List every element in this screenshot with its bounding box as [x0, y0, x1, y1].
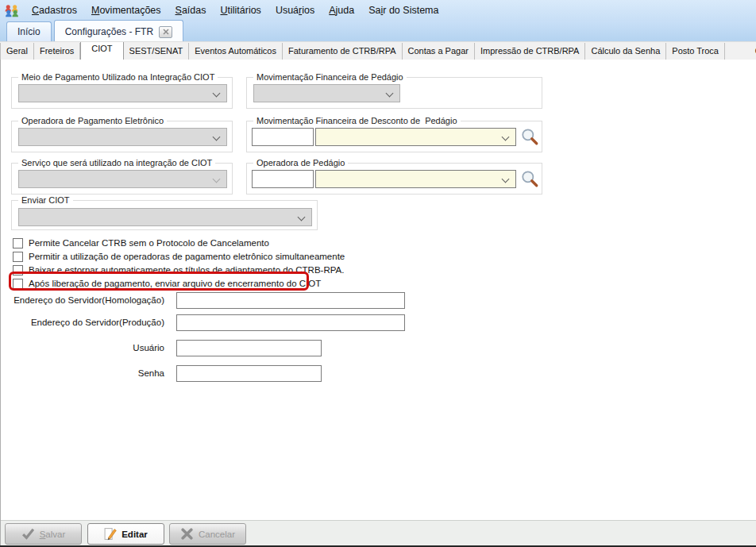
tab-label: Configurações - FTR	[65, 26, 153, 37]
users-group-icon	[4, 4, 20, 17]
groupbox-label: Operadora de Pedágio	[253, 157, 348, 168]
groupbox-movimentacao-financeira-pedagio: Movimentação Financeira de Pedágio	[246, 77, 542, 109]
tab-eventos-automaticos[interactable]: Eventos Automáticos	[189, 43, 283, 60]
endereco-do-servidor-homologacao-input[interactable]	[176, 292, 405, 309]
window-tab-configuracoes-ftr[interactable]: Configurações - FTR	[54, 20, 183, 41]
groupbox-label: Meio de Pagamento Utilizado na Integraçã…	[18, 71, 218, 83]
checkbox-row: Baixar e estornar automaticamente os tít…	[13, 264, 344, 275]
checkbox-label: Permitir a utilização de operadoras de p…	[29, 252, 345, 261]
salvar-button[interactable]: Salvar	[5, 523, 82, 545]
search-icon[interactable]	[520, 127, 539, 146]
menu-item-cadastros[interactable]: Cadastros	[25, 5, 84, 16]
menu-item-movimentacoes[interactable]: Movimentações	[84, 5, 168, 16]
field-label: Senha	[0, 365, 164, 382]
desconto-pedagio-code-input[interactable]	[252, 128, 314, 146]
usuario-input[interactable]	[176, 340, 322, 356]
checkbox-row: Permite Cancelar CTRB sem o Protocolo de…	[13, 237, 269, 248]
groupbox-servico-integracao-ciot: Serviço que será utilizado na integração…	[11, 163, 233, 195]
server-field-row: Endereço do Servidor(Homologação)	[0, 292, 164, 309]
server-field-row: Senha	[0, 365, 164, 382]
server-field-row: Endereço do Servidor(Produção)	[0, 314, 164, 331]
chevron-down-icon	[386, 90, 394, 98]
editar-button[interactable]: Editar	[87, 523, 164, 545]
tab-faturamento-de-ctrb-rpa[interactable]: Faturamento de CTRB/RPA	[283, 43, 403, 60]
checkbox-row: Permitir a utilização de operadoras de p…	[13, 251, 345, 262]
checkbox-row: Após liberação de pagamento, enviar arqu…	[13, 278, 321, 289]
chevron-down-icon	[213, 175, 221, 183]
groupbox-mov-financeira-desconto-pedagio: Movimentação Financeira de Desconto de P…	[246, 121, 542, 152]
settings-tab-bar: GeralFreteirosCIOTSEST/SENATEventos Auto…	[0, 41, 756, 60]
groupbox-label: Serviço que será utilizado na integração…	[18, 157, 215, 168]
tab-ordem-de-a[interactable]: Ordem de A	[725, 43, 756, 60]
groupbox-label: Movimentação Financeira de Pedágio	[253, 71, 407, 83]
pencil-icon	[104, 527, 117, 541]
chevron-down-icon	[298, 214, 306, 221]
tab-freteiros[interactable]: Freteiros	[34, 43, 80, 60]
tab-contas-a-pagar[interactable]: Contas a Pagar	[403, 43, 475, 60]
field-label: Usuário	[0, 340, 164, 356]
menu-item-usuarios[interactable]: Usuários	[268, 5, 322, 16]
button-label: Editar	[122, 530, 148, 539]
checkbox-label: Permite Cancelar CTRB sem o Protocolo de…	[29, 238, 269, 248]
menu-item-utilitarios[interactable]: Utilitários	[213, 5, 268, 16]
field-label: Endereço do Servidor(Homologação)	[0, 292, 164, 309]
tab-ciot[interactable]: CIOT	[80, 41, 123, 60]
tab-calculo-da-senha[interactable]: Cálculo da Senha	[585, 43, 666, 60]
chevron-down-icon	[213, 133, 221, 141]
footer-toolbar: SalvarEditarCancelar	[0, 520, 756, 545]
x-icon	[180, 528, 194, 540]
ciot-settings-panel: Meio de Pagamento Utilizado na Integraçã…	[0, 60, 756, 520]
window-tab-bar: InícioConfigurações - FTR	[0, 21, 756, 41]
endereco-do-servidor-producao-input[interactable]	[176, 314, 405, 331]
field-label: Endereço do Servidor(Produção)	[0, 314, 164, 331]
operadora-pagamento-combobox[interactable]	[18, 128, 227, 146]
menu-item-sair-do-sistema[interactable]: Sair do Sistema	[361, 5, 446, 16]
checkbox-1[interactable]	[13, 238, 23, 248]
groupbox-label: Movimentação Financeira de Desconto de P…	[253, 115, 461, 126]
groupbox-operadora-pagamento-eletronico: Operadora de Pagamento Eletrônico	[11, 121, 233, 152]
checkbox-4[interactable]	[13, 279, 23, 289]
meio-pagamento-combobox[interactable]	[18, 84, 227, 102]
operadora-pedagio-code-input[interactable]	[252, 170, 314, 188]
servico-ciot-combobox[interactable]	[18, 170, 227, 188]
checkbox-3[interactable]	[13, 265, 23, 275]
groupbox-operadora-pedagio: Operadora de Pedágio	[246, 163, 542, 195]
chevron-down-icon	[502, 175, 510, 183]
close-icon[interactable]	[159, 26, 172, 38]
tab-sest-senat[interactable]: SEST/SENAT	[124, 43, 190, 60]
checkbox-label: Após liberação de pagamento, enviar arqu…	[29, 279, 321, 288]
operadora-pedagio-combobox[interactable]	[315, 170, 516, 188]
menubar: CadastrosMovimentaçõesSaídasUtilitáriosU…	[0, 0, 756, 21]
checkbox-label: Baixar e estornar automaticamente os tít…	[29, 265, 344, 275]
senha-input[interactable]	[176, 365, 322, 382]
desconto-pedagio-combobox[interactable]	[315, 128, 516, 146]
groupbox-enviar-ciot: Enviar CIOT	[11, 200, 318, 230]
mov-financeira-pedagio-combobox[interactable]	[253, 84, 400, 102]
cancelar-button[interactable]: Cancelar	[169, 523, 246, 545]
app-window: CadastrosMovimentaçõesSaídasUtilitáriosU…	[0, 0, 756, 547]
chevron-down-icon	[502, 133, 510, 141]
tab-posto-troca[interactable]: Posto Troca	[666, 43, 725, 60]
chevron-down-icon	[213, 90, 221, 98]
menu-item-ajuda[interactable]: Ajuda	[322, 5, 361, 16]
menu-item-saidas[interactable]: Saídas	[168, 5, 214, 16]
tab-impressao-de-ctrb-rpa[interactable]: Impressão de CTRB/RPA	[475, 43, 586, 60]
tab-label: Início	[17, 26, 40, 37]
menu-items: CadastrosMovimentaçõesSaídasUtilitáriosU…	[25, 5, 446, 16]
checkbox-2[interactable]	[13, 252, 23, 262]
button-label: Salvar	[40, 530, 66, 539]
button-label: Cancelar	[199, 530, 235, 539]
window-tab-inicio[interactable]: Início	[6, 21, 52, 41]
tab-geral[interactable]: Geral	[0, 43, 34, 60]
server-field-row: Usuário	[0, 340, 164, 356]
groupbox-meio-pagamento-integracao-ciot: Meio de Pagamento Utilizado na Integraçã…	[11, 77, 233, 109]
groupbox-label: Operadora de Pagamento Eletrônico	[18, 115, 167, 126]
search-icon[interactable]	[520, 169, 539, 188]
check-icon	[21, 528, 35, 540]
enviar-ciot-combobox[interactable]	[18, 208, 312, 226]
panel-left-border	[0, 60, 1, 545]
groupbox-label: Enviar CIOT	[18, 195, 73, 206]
